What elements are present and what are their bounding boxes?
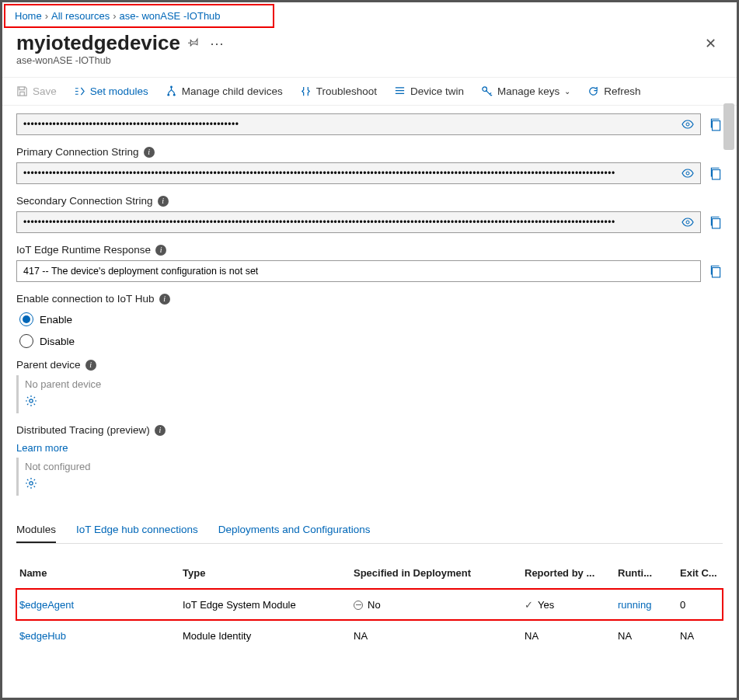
module-name-link[interactable]: $edgeHub xyxy=(19,630,183,642)
svg-point-12 xyxy=(30,482,33,485)
info-icon[interactable]: i xyxy=(155,245,166,256)
svg-rect-7 xyxy=(713,170,720,179)
enable-connection-label: Enable connection to IoT Hub i xyxy=(16,293,723,305)
svg-point-0 xyxy=(170,85,173,88)
svg-point-2 xyxy=(173,94,176,96)
module-runtime: NA xyxy=(618,630,680,642)
content-area: ••••••••••••••••••••••••••••••••••••••••… xyxy=(2,106,737,696)
runtime-response-label: IoT Edge Runtime Response i xyxy=(16,244,723,256)
page-subtitle: ase-wonASE -IOThub xyxy=(2,55,737,77)
no-parent-text: No parent device xyxy=(25,378,723,390)
chevron-down-icon: ⌄ xyxy=(564,87,570,96)
set-modules-button[interactable]: Set modules xyxy=(74,85,148,97)
module-specified: NA xyxy=(354,630,525,642)
table-row[interactable]: $edgeHubModule IdentityNANANANA xyxy=(16,620,723,651)
breadcrumb-home[interactable]: Home xyxy=(15,10,42,22)
more-icon[interactable]: ⋯ xyxy=(210,35,224,52)
refresh-button[interactable]: Refresh xyxy=(587,85,640,97)
chevron-right-icon: › xyxy=(113,10,116,22)
col-name[interactable]: Name xyxy=(19,567,183,579)
svg-point-11 xyxy=(30,399,33,402)
breadcrumb: Home › All resources › ase- wonASE -IOTh… xyxy=(4,4,274,28)
distributed-tracing-label: Distributed Tracing (preview) i xyxy=(16,424,723,436)
table-header: Name Type Specified in Deployment Report… xyxy=(16,558,723,589)
module-type: Module Identity xyxy=(183,630,354,642)
module-exit: NA xyxy=(680,630,727,642)
pin-icon[interactable] xyxy=(188,37,199,50)
not-configured-text: Not configured xyxy=(25,461,723,472)
secondary-connection-field[interactable]: ••••••••••••••••••••••••••••••••••••••••… xyxy=(16,211,701,233)
info-icon[interactable]: i xyxy=(159,294,170,305)
secondary-connection-label: Secondary Connection String i xyxy=(16,195,723,207)
primary-connection-label: Primary Connection String i xyxy=(16,146,723,158)
page-title: myiotedgedevice xyxy=(16,31,180,55)
col-exit[interactable]: Exit C... xyxy=(680,567,727,579)
gear-icon[interactable] xyxy=(25,477,37,493)
reveal-icon[interactable] xyxy=(681,118,694,131)
radio-disable[interactable]: Disable xyxy=(19,334,723,348)
col-reported[interactable]: Reported by ... xyxy=(525,567,618,579)
module-reported: NA xyxy=(525,630,618,642)
copy-icon[interactable] xyxy=(709,166,723,180)
masked-value: ••••••••••••••••••••••••••••••••••••••••… xyxy=(23,119,677,130)
module-name-link[interactable]: $edgeAgent xyxy=(19,599,183,611)
chevron-right-icon: › xyxy=(45,10,48,22)
tab-modules[interactable]: Modules xyxy=(16,517,56,543)
svg-point-4 xyxy=(686,123,689,126)
copy-icon[interactable] xyxy=(709,215,723,229)
module-exit: 0 xyxy=(680,599,727,611)
col-specified[interactable]: Specified in Deployment xyxy=(354,567,525,579)
col-type[interactable]: Type xyxy=(183,567,354,579)
manage-child-devices-button[interactable]: Manage child devices xyxy=(166,85,283,97)
info-icon[interactable]: i xyxy=(144,147,155,158)
device-twin-button[interactable]: Device twin xyxy=(394,85,464,97)
tab-deployments[interactable]: Deployments and Configurations xyxy=(218,517,371,543)
save-button: Save xyxy=(16,85,57,97)
svg-rect-10 xyxy=(713,268,720,277)
svg-point-1 xyxy=(167,94,169,96)
scrollbar[interactable] xyxy=(723,103,734,150)
breadcrumb-all-resources[interactable]: All resources xyxy=(51,10,110,22)
close-icon[interactable]: ✕ xyxy=(705,35,716,52)
svg-point-6 xyxy=(686,172,689,175)
primary-connection-field[interactable]: ••••••••••••••••••••••••••••••••••••••••… xyxy=(16,162,701,184)
info-icon[interactable]: i xyxy=(155,425,166,436)
tabs: Modules IoT Edge hub connections Deploym… xyxy=(16,517,723,544)
reveal-icon[interactable] xyxy=(681,167,694,180)
svg-rect-5 xyxy=(713,121,720,131)
svg-rect-9 xyxy=(713,219,720,228)
runtime-response-field[interactable]: 417 -- The device's deployment configura… xyxy=(16,260,701,282)
col-runtime[interactable]: Runti... xyxy=(618,567,680,579)
masked-value: ••••••••••••••••••••••••••••••••••••••••… xyxy=(23,168,677,179)
module-runtime[interactable]: running xyxy=(618,599,680,611)
toolbar: Save Set modules Manage child devices Tr… xyxy=(2,77,737,106)
tab-hub-connections[interactable]: IoT Edge hub connections xyxy=(76,517,198,543)
reveal-icon[interactable] xyxy=(681,216,694,229)
svg-point-8 xyxy=(686,221,689,224)
masked-value: ••••••••••••••••••••••••••••••••••••••••… xyxy=(23,217,677,228)
breadcrumb-resource[interactable]: ase- wonASE -IOThub xyxy=(120,10,221,22)
modules-table: Name Type Specified in Deployment Report… xyxy=(16,558,723,651)
info-icon[interactable]: i xyxy=(158,196,169,207)
radio-enable[interactable]: Enable xyxy=(19,312,723,326)
table-row[interactable]: $edgeAgentIoT Edge System ModuleNo✓Yesru… xyxy=(16,589,723,620)
learn-more-link[interactable]: Learn more xyxy=(16,442,68,454)
parent-device-label: Parent device i xyxy=(16,359,723,371)
gear-icon[interactable] xyxy=(25,395,37,410)
module-specified: No xyxy=(354,599,525,611)
manage-keys-button[interactable]: Manage keys ⌄ xyxy=(481,85,570,97)
copy-icon[interactable] xyxy=(709,264,723,278)
module-type: IoT Edge System Module xyxy=(183,599,354,611)
module-reported: ✓Yes xyxy=(525,599,618,611)
info-icon[interactable]: i xyxy=(85,360,96,371)
copy-icon[interactable] xyxy=(709,117,723,131)
secondary-key-field[interactable]: ••••••••••••••••••••••••••••••••••••••••… xyxy=(16,113,701,135)
troubleshoot-button[interactable]: Troubleshoot xyxy=(300,85,377,97)
